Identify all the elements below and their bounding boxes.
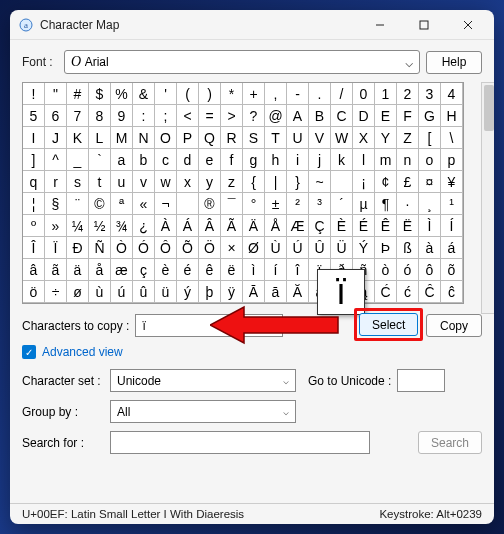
character-cell[interactable]: Ä <box>243 215 265 237</box>
character-cell[interactable]: a <box>111 149 133 171</box>
character-cell[interactable]: Ĉ <box>419 281 441 303</box>
character-cell[interactable]: n <box>397 149 419 171</box>
character-cell[interactable]: è <box>155 259 177 281</box>
character-cell[interactable]: T <box>265 127 287 149</box>
character-cell[interactable]: ~ <box>309 171 331 193</box>
character-cell[interactable]: ] <box>23 149 45 171</box>
character-cell[interactable]: ù <box>89 281 111 303</box>
character-cell[interactable]: Ô <box>155 237 177 259</box>
character-cell[interactable]: ¬ <box>155 193 177 215</box>
character-cell[interactable]: ä <box>67 259 89 281</box>
character-cell[interactable]: % <box>111 83 133 105</box>
character-cell[interactable]: x <box>177 171 199 193</box>
character-cell[interactable]: * <box>221 83 243 105</box>
character-cell[interactable]: j <box>309 149 331 171</box>
character-cell[interactable]: 6 <box>45 105 67 127</box>
character-cell[interactable]: ć <box>397 281 419 303</box>
character-cell[interactable]: µ <box>353 193 375 215</box>
character-cell[interactable]: á <box>441 237 463 259</box>
character-cell[interactable]: c <box>155 149 177 171</box>
character-cell[interactable]: å <box>89 259 111 281</box>
character-cell[interactable]: D <box>353 105 375 127</box>
character-cell[interactable]: ² <box>287 193 309 215</box>
character-cell[interactable]: ö <box>23 281 45 303</box>
character-cell[interactable]: ë <box>221 259 243 281</box>
character-cell[interactable]: W <box>331 127 353 149</box>
character-cell[interactable]: Ð <box>67 237 89 259</box>
copy-button[interactable]: Copy <box>426 314 482 337</box>
character-cell[interactable]: u <box>111 171 133 193</box>
character-cell[interactable]: S <box>243 127 265 149</box>
character-cell[interactable]: ü <box>155 281 177 303</box>
character-cell[interactable]: ; <box>155 105 177 127</box>
character-cell[interactable]: ã <box>45 259 67 281</box>
character-cell[interactable]: q <box>23 171 45 193</box>
character-cell[interactable]: é <box>177 259 199 281</box>
help-button[interactable]: Help <box>426 51 482 74</box>
character-cell[interactable]: - <box>287 83 309 105</box>
character-cell[interactable]: ÷ <box>45 281 67 303</box>
character-cell[interactable]: F <box>397 105 419 127</box>
characters-to-copy-input[interactable] <box>135 314 283 337</box>
character-cell[interactable]: æ <box>111 259 133 281</box>
character-cell[interactable]: J <box>45 127 67 149</box>
character-cell[interactable]: õ <box>441 259 463 281</box>
character-cell[interactable]: À <box>155 215 177 237</box>
character-cell[interactable]: " <box>45 83 67 105</box>
character-cell[interactable]: y <box>199 171 221 193</box>
character-cell[interactable]: ¸ <box>419 193 441 215</box>
character-cell[interactable]: ' <box>155 83 177 105</box>
character-cell[interactable]: È <box>331 215 353 237</box>
character-cell[interactable]: ¾ <box>111 215 133 237</box>
character-cell[interactable]: Å <box>265 215 287 237</box>
character-cell[interactable]: ´ <box>331 193 353 215</box>
character-cell[interactable]: i <box>287 149 309 171</box>
character-cell[interactable]: < <box>177 105 199 127</box>
character-cell[interactable]: Ï <box>45 237 67 259</box>
character-cell[interactable]: ¦ <box>23 193 45 215</box>
character-cell[interactable]: Ù <box>265 237 287 259</box>
character-cell[interactable]: d <box>177 149 199 171</box>
character-cell[interactable]: [ <box>419 127 441 149</box>
character-cell[interactable]: m <box>375 149 397 171</box>
character-cell[interactable]: ± <box>265 193 287 215</box>
goto-unicode-input[interactable] <box>397 369 445 392</box>
character-cell[interactable]: × <box>221 237 243 259</box>
character-cell[interactable]: z <box>221 171 243 193</box>
character-cell[interactable]: ½ <box>89 215 111 237</box>
character-cell[interactable]: Æ <box>287 215 309 237</box>
character-cell[interactable]: É <box>353 215 375 237</box>
character-cell[interactable]: ( <box>177 83 199 105</box>
character-cell[interactable]: Ë <box>397 215 419 237</box>
character-cell[interactable]: ó <box>397 259 419 281</box>
character-cell[interactable]: « <box>133 193 155 215</box>
character-cell[interactable]: ¼ <box>67 215 89 237</box>
character-cell[interactable]: { <box>243 171 265 193</box>
character-cell[interactable]: ÿ <box>221 281 243 303</box>
minimize-button[interactable] <box>358 10 402 40</box>
character-cell[interactable]: | <box>265 171 287 193</box>
charset-select[interactable]: Unicode ⌵ <box>110 369 296 392</box>
character-cell[interactable]: ! <box>23 83 45 105</box>
character-cell[interactable]: e <box>199 149 221 171</box>
character-cell[interactable]: Í <box>441 215 463 237</box>
character-cell[interactable]: Ā <box>243 281 265 303</box>
character-cell[interactable]: Ò <box>111 237 133 259</box>
character-cell[interactable]: A <box>287 105 309 127</box>
character-cell[interactable]: þ <box>199 281 221 303</box>
character-cell[interactable]: 7 <box>67 105 89 127</box>
character-cell[interactable]: Y <box>375 127 397 149</box>
character-cell[interactable]: Ó <box>133 237 155 259</box>
character-cell[interactable]: g <box>243 149 265 171</box>
character-cell[interactable]: ā <box>265 281 287 303</box>
character-cell[interactable]: ? <box>243 105 265 127</box>
character-cell[interactable]: 4 <box>441 83 463 105</box>
font-select[interactable]: O Arial ⌵ <box>64 50 420 74</box>
character-cell[interactable]: V <box>309 127 331 149</box>
character-cell[interactable]: U <box>287 127 309 149</box>
character-cell[interactable]: ø <box>67 281 89 303</box>
character-cell[interactable]: ® <box>199 193 221 215</box>
character-cell[interactable]: o <box>419 149 441 171</box>
character-cell[interactable]: ô <box>419 259 441 281</box>
character-cell[interactable]: 8 <box>89 105 111 127</box>
